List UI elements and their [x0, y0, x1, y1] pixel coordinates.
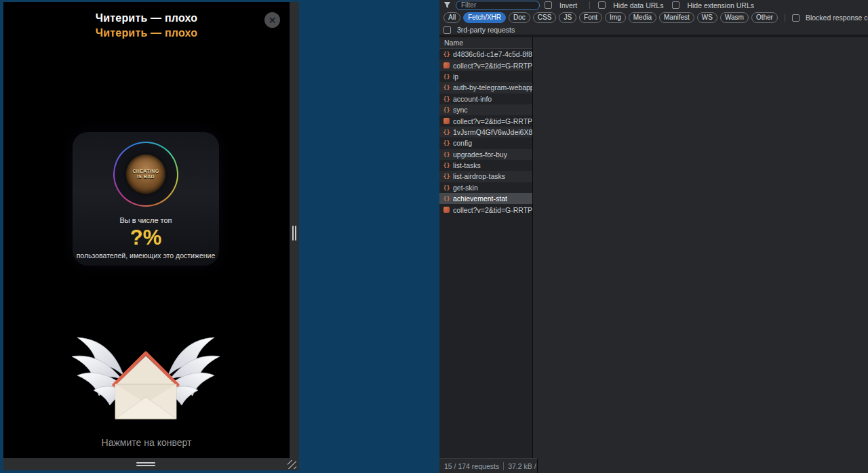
- badge-text-line1: CHEATING: [132, 169, 159, 174]
- fetch-request-icon: {}: [443, 129, 450, 136]
- request-count: 15 / 174 requests: [444, 462, 499, 470]
- filter-chip-js[interactable]: JS: [559, 12, 576, 23]
- winged-envelope-graphic[interactable]: [68, 333, 224, 435]
- filter-chip-font[interactable]: Font: [579, 12, 602, 23]
- request-row-7[interactable]: collect?v=2&tid=G-RRTP…: [439, 115, 532, 126]
- filter-funnel-icon: [443, 1, 451, 9]
- request-name: achievement-stat: [453, 194, 507, 203]
- request-row-2[interactable]: collect?v=2&tid=G-RRTP…: [439, 60, 532, 70]
- request-row-14[interactable]: {}achievement-stat: [439, 193, 532, 204]
- request-name: account-info: [453, 95, 492, 103]
- image-request-icon: [443, 62, 450, 70]
- fetch-request-icon: {}: [443, 73, 450, 80]
- vertical-drag-handle[interactable]: [295, 226, 296, 241]
- hide-extension-urls-label: Hide extension URLs: [687, 1, 754, 9]
- third-party-checkbox[interactable]: [443, 26, 451, 34]
- third-party-label: 3rd-party requests: [457, 26, 515, 34]
- filter-chip-css[interactable]: CSS: [533, 12, 557, 23]
- window-side-chrome: [290, 2, 299, 470]
- filter-chip-manifest[interactable]: Manifest: [659, 12, 694, 23]
- request-name: list-airdrop-tasks: [453, 172, 505, 180]
- achievement-card: CHEATING IS BAD Вы в числе топ ?% пользо…: [73, 132, 219, 266]
- request-row-13[interactable]: {}get-skin: [439, 182, 532, 193]
- filter-chip-all[interactable]: All: [443, 12, 460, 23]
- fetch-request-icon: {}: [443, 184, 450, 191]
- request-name: get-skin: [453, 184, 478, 192]
- close-icon: ✕: [269, 15, 277, 26]
- request-row-11[interactable]: {}list-tasks: [439, 160, 532, 171]
- resize-grip-icon[interactable]: [288, 460, 296, 469]
- filter-chip-wasm[interactable]: Wasm: [720, 12, 749, 23]
- request-row-8[interactable]: {}1vJsrmQ4GfV6wJdei6X8B…: [439, 127, 532, 138]
- request-row-1[interactable]: {}d4836c6d-c1e7-4c5d-8f8…: [439, 49, 532, 60]
- invert-label: Invert: [559, 1, 577, 9]
- invert-checkbox[interactable]: [545, 1, 552, 9]
- fetch-request-icon: {}: [443, 106, 450, 113]
- request-name: ip: [453, 73, 458, 81]
- fetch-request-icon: {}: [443, 162, 450, 169]
- stat-caption-text: пользователей, имеющих это достижение: [73, 251, 219, 260]
- fetch-request-icon: {}: [443, 173, 450, 180]
- filter-chip-media[interactable]: Media: [629, 12, 656, 23]
- network-toolbar: Invert Hide data URLs Hide extension URL…: [439, 0, 868, 35]
- request-row-15[interactable]: collect?v=2&tid=G-RRTP…: [439, 204, 532, 215]
- filter-chip-doc[interactable]: Doc: [509, 12, 530, 23]
- request-row-3[interactable]: {}ip: [439, 71, 532, 82]
- filter-chip-other[interactable]: Other: [751, 12, 778, 23]
- request-row-4[interactable]: {}auth-by-telegram-webapp: [439, 82, 532, 93]
- tap-hint-text: Нажмите на конверт: [3, 437, 290, 448]
- filter-input[interactable]: [456, 1, 540, 10]
- name-column-header[interactable]: Name: [439, 37, 532, 49]
- horizontal-drag-handle[interactable]: [136, 462, 155, 464]
- fetch-request-icon: {}: [443, 96, 450, 102]
- hide-extension-urls-checkbox[interactable]: [672, 1, 679, 9]
- stat-percent-value: ?%: [73, 226, 219, 250]
- image-request-icon: [443, 206, 450, 214]
- horizontal-drag-handle[interactable]: [136, 465, 155, 466]
- request-name: sync: [453, 106, 468, 114]
- request-row-10[interactable]: {}upgrades-for-buy: [439, 149, 532, 160]
- app-title-secondary: Читерить — плохо: [3, 27, 290, 39]
- stat-intro-text: Вы в числе топ: [73, 216, 219, 224]
- app-title-primary: Читерить — плохо: [3, 12, 290, 24]
- filter-chip-img[interactable]: Img: [605, 12, 626, 23]
- envelope-icon: [114, 353, 178, 419]
- network-summary-bar: 15 / 174 requests 37.2 kB /: [439, 458, 538, 473]
- fetch-request-icon: {}: [443, 151, 450, 158]
- badge-text-line2: IS BAD: [137, 174, 155, 180]
- transferred-size: 37.2 kB /: [508, 462, 536, 470]
- achievement-badge-medal: CHEATING IS BAD: [126, 155, 165, 194]
- request-name: upgrades-for-buy: [453, 150, 507, 159]
- window-bottom-chrome: [3, 458, 299, 470]
- filter-chip-ws[interactable]: WS: [697, 12, 717, 23]
- request-name: collect?v=2&tid=G-RRTP…: [453, 117, 532, 125]
- hide-data-urls-label: Hide data URLs: [613, 1, 663, 9]
- request-name: config: [453, 139, 472, 147]
- request-row-5[interactable]: {}account-info: [439, 94, 532, 104]
- request-row-9[interactable]: {}config: [439, 138, 532, 148]
- blocked-cookies-checkbox[interactable]: [792, 14, 800, 22]
- mini-app-screen: Читерить — плохо Читерить — плохо ✕ CHEA…: [3, 2, 290, 458]
- request-name: auth-by-telegram-webapp: [453, 83, 532, 91]
- request-list-panel: Name {}d4836c6d-c1e7-4c5d-8f8…collect?v=…: [439, 37, 533, 458]
- fetch-request-icon: {}: [443, 140, 450, 146]
- fetch-request-icon: {}: [443, 195, 450, 202]
- close-button[interactable]: ✕: [264, 12, 280, 28]
- request-name: collect?v=2&tid=G-RRTP…: [453, 206, 532, 214]
- achievement-badge-ring: CHEATING IS BAD: [113, 142, 178, 207]
- devtools-network-panel: Invert Hide data URLs Hide extension URL…: [439, 0, 868, 473]
- fetch-request-icon: {}: [443, 84, 450, 91]
- request-name: collect?v=2&tid=G-RRTP…: [453, 62, 532, 70]
- image-request-icon: [443, 117, 450, 125]
- filter-chip-fetch-xhr[interactable]: Fetch/XHR: [463, 12, 506, 23]
- request-name: d4836c6d-c1e7-4c5d-8f8…: [453, 50, 532, 58]
- request-row-6[interactable]: {}sync: [439, 104, 532, 115]
- hide-data-urls-checkbox[interactable]: [598, 1, 606, 9]
- request-type-chips: AllFetch/XHRDocCSSJSFontImgMediaManifest…: [443, 12, 778, 23]
- blocked-cookies-label: Blocked response cookies: [806, 14, 868, 22]
- vertical-drag-handle[interactable]: [292, 226, 294, 241]
- request-name: 1vJsrmQ4GfV6wJdei6X8B…: [453, 128, 532, 136]
- fetch-request-icon: {}: [443, 51, 450, 58]
- request-name: list-tasks: [453, 161, 481, 169]
- request-row-12[interactable]: {}list-airdrop-tasks: [439, 171, 532, 182]
